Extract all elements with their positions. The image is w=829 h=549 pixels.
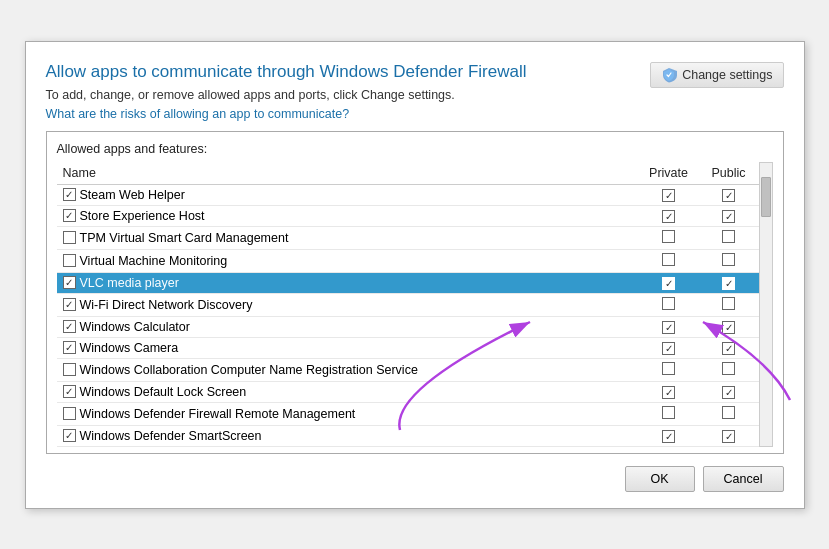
risks-link[interactable]: What are the risks of allowing an app to… (46, 107, 350, 121)
app-name-cell: Virtual Machine Monitoring (57, 249, 639, 272)
public-checkbox[interactable] (722, 210, 735, 223)
public-checkbox-cell[interactable] (699, 184, 759, 205)
scrollbar-thumb[interactable] (761, 177, 771, 217)
col-public-header: Public (699, 162, 759, 185)
private-checkbox[interactable] (662, 362, 675, 375)
private-checkbox-cell[interactable] (639, 293, 699, 316)
app-row-checkbox[interactable] (63, 209, 76, 222)
app-row-checkbox[interactable] (63, 385, 76, 398)
app-row-checkbox[interactable] (63, 298, 76, 311)
table-row[interactable]: Wi-Fi Direct Network Discovery (57, 293, 759, 316)
app-row-checkbox[interactable] (63, 363, 76, 376)
app-name-label: Windows Camera (80, 341, 179, 355)
table-row[interactable]: Virtual Machine Monitoring (57, 249, 759, 272)
apps-table: Name Private Public Steam Web HelperStor… (57, 162, 759, 447)
table-row[interactable]: Windows Defender Firewall Remote Managem… (57, 402, 759, 425)
top-bar: Allow apps to communicate through Window… (46, 62, 784, 121)
app-name-cell: Windows Defender Firewall Remote Managem… (57, 402, 639, 425)
public-checkbox[interactable] (722, 362, 735, 375)
app-name-label: VLC media player (80, 276, 179, 290)
public-checkbox[interactable] (722, 189, 735, 202)
app-row-checkbox[interactable] (63, 320, 76, 333)
app-row-checkbox[interactable] (63, 407, 76, 420)
public-checkbox-cell[interactable] (699, 381, 759, 402)
table-row[interactable]: TPM Virtual Smart Card Management (57, 226, 759, 249)
private-checkbox-cell[interactable] (639, 249, 699, 272)
private-checkbox[interactable] (662, 342, 675, 355)
dialog-title: Allow apps to communicate through Window… (46, 62, 651, 82)
app-name-cell: Store Experience Host (57, 205, 639, 226)
app-name-label: Windows Collaboration Computer Name Regi… (80, 363, 418, 377)
private-checkbox[interactable] (662, 230, 675, 243)
app-row-checkbox[interactable] (63, 276, 76, 289)
public-checkbox-cell[interactable] (699, 272, 759, 293)
app-row-checkbox[interactable] (63, 188, 76, 201)
private-checkbox-cell[interactable] (639, 402, 699, 425)
table-row[interactable]: Windows Calculator (57, 316, 759, 337)
bottom-buttons: OK Cancel (46, 466, 784, 492)
table-wrapper: Name Private Public Steam Web HelperStor… (57, 162, 759, 447)
cancel-button[interactable]: Cancel (703, 466, 784, 492)
private-checkbox-cell[interactable] (639, 381, 699, 402)
public-checkbox[interactable] (722, 386, 735, 399)
table-row[interactable]: Windows Camera (57, 337, 759, 358)
public-checkbox[interactable] (722, 253, 735, 266)
private-checkbox[interactable] (662, 277, 675, 290)
public-checkbox[interactable] (722, 277, 735, 290)
scrollbar[interactable] (759, 162, 773, 447)
public-checkbox-cell[interactable] (699, 358, 759, 381)
app-name-label: Wi-Fi Direct Network Discovery (80, 298, 253, 312)
private-checkbox-cell[interactable] (639, 184, 699, 205)
private-checkbox-cell[interactable] (639, 358, 699, 381)
public-checkbox-cell[interactable] (699, 402, 759, 425)
public-checkbox-cell[interactable] (699, 205, 759, 226)
app-row-checkbox[interactable] (63, 231, 76, 244)
table-header-row: Name Private Public (57, 162, 759, 185)
public-checkbox[interactable] (722, 297, 735, 310)
table-row[interactable]: Store Experience Host (57, 205, 759, 226)
public-checkbox-cell[interactable] (699, 249, 759, 272)
app-name-label: Windows Defender Firewall Remote Managem… (80, 407, 356, 421)
public-checkbox[interactable] (722, 406, 735, 419)
app-name-label: Windows Calculator (80, 320, 190, 334)
private-checkbox-cell[interactable] (639, 205, 699, 226)
private-checkbox-cell[interactable] (639, 226, 699, 249)
private-checkbox-cell[interactable] (639, 425, 699, 446)
public-checkbox-cell[interactable] (699, 226, 759, 249)
app-name-cell: Windows Camera (57, 337, 639, 358)
private-checkbox[interactable] (662, 386, 675, 399)
public-checkbox-cell[interactable] (699, 425, 759, 446)
private-checkbox[interactable] (662, 253, 675, 266)
table-row[interactable]: VLC media player (57, 272, 759, 293)
public-checkbox[interactable] (722, 430, 735, 443)
app-name-cell: Windows Default Lock Screen (57, 381, 639, 402)
private-checkbox[interactable] (662, 189, 675, 202)
ok-button[interactable]: OK (625, 466, 695, 492)
public-checkbox-cell[interactable] (699, 293, 759, 316)
private-checkbox[interactable] (662, 321, 675, 334)
table-row[interactable]: Windows Defender SmartScreen (57, 425, 759, 446)
table-row[interactable]: Steam Web Helper (57, 184, 759, 205)
public-checkbox[interactable] (722, 230, 735, 243)
dialog-subtitle: To add, change, or remove allowed apps a… (46, 88, 651, 102)
app-name-cell: Wi-Fi Direct Network Discovery (57, 293, 639, 316)
public-checkbox-cell[interactable] (699, 316, 759, 337)
app-row-checkbox[interactable] (63, 341, 76, 354)
public-checkbox[interactable] (722, 342, 735, 355)
table-row[interactable]: Windows Default Lock Screen (57, 381, 759, 402)
app-row-checkbox[interactable] (63, 254, 76, 267)
change-settings-button[interactable]: Change settings (650, 62, 783, 88)
private-checkbox-cell[interactable] (639, 337, 699, 358)
col-name-header: Name (57, 162, 639, 185)
firewall-dialog: Allow apps to communicate through Window… (25, 41, 805, 509)
public-checkbox-cell[interactable] (699, 337, 759, 358)
private-checkbox[interactable] (662, 297, 675, 310)
private-checkbox[interactable] (662, 210, 675, 223)
table-row[interactable]: Windows Collaboration Computer Name Regi… (57, 358, 759, 381)
private-checkbox-cell[interactable] (639, 316, 699, 337)
private-checkbox[interactable] (662, 406, 675, 419)
private-checkbox-cell[interactable] (639, 272, 699, 293)
public-checkbox[interactable] (722, 321, 735, 334)
private-checkbox[interactable] (662, 430, 675, 443)
app-row-checkbox[interactable] (63, 429, 76, 442)
